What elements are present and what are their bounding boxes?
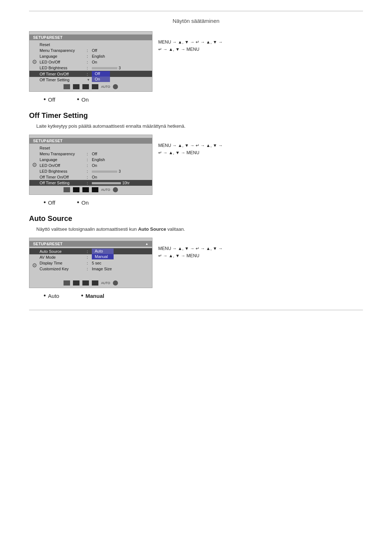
osd-row-led-brightness-2: LED Brightness : 3 xyxy=(29,168,152,174)
arrow-line-2-2: ↵ → ▲, ▼ → MENU xyxy=(158,149,223,156)
row-value: 5 sec xyxy=(92,261,148,265)
tb-icon-3 xyxy=(82,84,89,89)
dropdown-off: Off xyxy=(92,71,110,77)
osd-scroll-up: ▲ xyxy=(145,242,148,246)
bullet-item-on-1: • On xyxy=(77,96,89,103)
bullet-item-off-1: • Off xyxy=(44,96,55,103)
progress-bar-2 xyxy=(92,171,117,173)
tb-icon-4 xyxy=(92,84,98,89)
menu-arrows-1: MENU → ▲, ▼ → ↵ → ▲, ▼ → ↵ → ▲, ▼ → MENU xyxy=(158,31,223,53)
tb-text-auto: AUTO xyxy=(101,85,110,89)
row-label: Display Time xyxy=(40,261,87,265)
tb-icon-2-4 xyxy=(92,187,98,192)
osd-row-menutrans-2: Menu Transparency : Off xyxy=(29,151,152,157)
section2-screen-section: ⚙ SETUP&RESET Reset Menu Transparency : … xyxy=(29,135,363,195)
progress-timer-value: 10hr xyxy=(122,181,130,185)
section3-heading: Auto Source xyxy=(29,214,363,223)
section3-desc: Näyttö valitsee tulosignaalin automaatti… xyxy=(29,226,363,232)
row-label: Off Timer On/Off xyxy=(40,175,87,179)
osd-row-avmode: AV Mode : Manual xyxy=(29,254,152,260)
row-value: 10hr xyxy=(92,181,148,185)
tb-icon-power-3 xyxy=(113,280,118,286)
dropdown-on: On xyxy=(92,77,110,82)
row-label: Menu Transparency xyxy=(40,152,87,156)
progress-bar xyxy=(92,67,117,69)
tb-icon-power xyxy=(113,84,118,89)
row-label: Off Timer Setting xyxy=(40,78,87,82)
section2-desc: Laite kytkeytyy pois päältä automaattise… xyxy=(29,123,363,129)
tb-icon-3-3 xyxy=(82,280,89,286)
tb-icon-2-3 xyxy=(82,187,89,192)
row-label: LED Brightness xyxy=(40,66,87,70)
section3-screen-section: ⚙ SETUP&RESET ▲ Auto Source : Auto Manua… xyxy=(29,238,363,288)
bullet-label: Off xyxy=(48,97,55,103)
arrow-line-1: MENU → ▲, ▼ → ↵ → ▲, ▼ → xyxy=(158,38,223,46)
bullet-item-auto-3: • Auto xyxy=(44,292,59,299)
row-label: Customized Key xyxy=(40,267,87,271)
osd-row-autosource: Auto Source : Auto Manual xyxy=(29,248,152,254)
screen3-wrapper: ⚙ SETUP&RESET ▲ Auto Source : Auto Manua… xyxy=(29,238,152,288)
osd-row-menutrans-1: Menu Transparency : Off xyxy=(29,48,152,53)
osd-row-led-onoff-2: LED On/Off : On xyxy=(29,163,152,168)
row-label: Off Timer Setting xyxy=(40,181,87,185)
osd-screen-2: SETUP&RESET Reset Menu Transparency : Of… xyxy=(29,135,152,195)
osd-row-language-1: Language : English xyxy=(29,53,152,59)
tb-icon-power-2 xyxy=(113,187,118,192)
row-value: Off xyxy=(92,152,148,156)
osd-title-2: SETUP&RESET xyxy=(29,138,152,144)
row-label: Reset xyxy=(40,146,87,150)
row-label: LED Brightness xyxy=(40,169,87,173)
osd-row-language-2: Language : English xyxy=(29,157,152,163)
osd-row-reset-1: Reset xyxy=(29,42,152,48)
osd-row-led-onoff-1: LED On/Off : On xyxy=(29,59,152,65)
arrow-line-2: ↵ → ▲, ▼ → MENU xyxy=(158,46,223,53)
tb-text-auto-3: AUTO xyxy=(101,281,110,285)
row-label: Language xyxy=(40,157,87,162)
section1-screen-section: ⚙ SETUP&RESET Reset Menu Transparency : … xyxy=(29,31,363,92)
row-value: 3 xyxy=(92,66,148,70)
gear-icon-2: ⚙ xyxy=(32,161,37,168)
bullet-list-3: • Auto • Manual xyxy=(29,292,363,299)
progress-value-2: 3 xyxy=(119,169,121,173)
osd-screen-1: SETUP&RESET Reset Menu Transparency : Of… xyxy=(29,31,152,92)
dropdown-autosource[interactable]: Auto Manual xyxy=(92,249,114,254)
osd-row-customizedkey: Customized Key : Image Size xyxy=(29,266,152,272)
progress-bar-container-2: 3 xyxy=(92,169,121,173)
row-label: Off Timer On/Off xyxy=(40,72,87,76)
row-value: Image Size xyxy=(92,267,148,271)
dropdown-1[interactable]: Off On xyxy=(92,71,110,77)
screen1-wrapper: ⚙ SETUP&RESET Reset Menu Transparency : … xyxy=(29,31,152,92)
osd-row-reset-2: Reset xyxy=(29,145,152,151)
tb-icon-2-1 xyxy=(64,187,70,192)
progress-bar-timer-bar xyxy=(92,182,121,184)
osd-title-3: SETUP&RESET ▲ xyxy=(29,241,152,247)
gear-icon-3: ⚙ xyxy=(32,262,37,269)
page-container: Näytön säätäminen ⚙ SETUP&RESET Reset Me… xyxy=(0,0,392,321)
tb-text-auto-2: AUTO xyxy=(101,188,110,192)
tb-icon-3-1 xyxy=(64,280,70,286)
bullet-label: On xyxy=(81,97,89,103)
bullet-label-bold: Manual xyxy=(85,293,104,299)
tb-icon-2-2 xyxy=(73,187,79,192)
tb-icon-3-2 xyxy=(73,280,79,286)
row-value: Auto Manual xyxy=(92,249,148,254)
menu-arrows-2: MENU → ▲, ▼ → ↵ → ▲, ▼ → ↵ → ▲, ▼ → MENU xyxy=(158,135,223,157)
row-label: LED On/Off xyxy=(40,163,87,168)
gear-icon: ⚙ xyxy=(32,58,37,65)
row-value: English xyxy=(92,157,148,162)
tb-icon-3-4 xyxy=(92,280,98,286)
section2-heading: Off Timer Setting xyxy=(29,111,363,120)
osd-row-spacer xyxy=(29,272,152,279)
row-value: Off xyxy=(92,48,148,53)
row-value: English xyxy=(92,54,148,58)
tb-icon-2 xyxy=(73,84,79,89)
screen2-wrapper: ⚙ SETUP&RESET Reset Menu Transparency : … xyxy=(29,135,152,195)
progress-value: 3 xyxy=(119,66,121,70)
osd-row-displaytime: Display Time : 5 sec xyxy=(29,260,152,266)
arrow-line-2-1: MENU → ▲, ▼ → ↵ → ▲, ▼ → xyxy=(158,142,223,149)
page-title: Näytön säätäminen xyxy=(29,18,363,24)
osd-toolbar-3: AUTO xyxy=(29,279,152,286)
dropdown-auto: Auto xyxy=(92,249,114,254)
row-label: Auto Source xyxy=(40,249,87,254)
row-value: On xyxy=(92,60,148,64)
